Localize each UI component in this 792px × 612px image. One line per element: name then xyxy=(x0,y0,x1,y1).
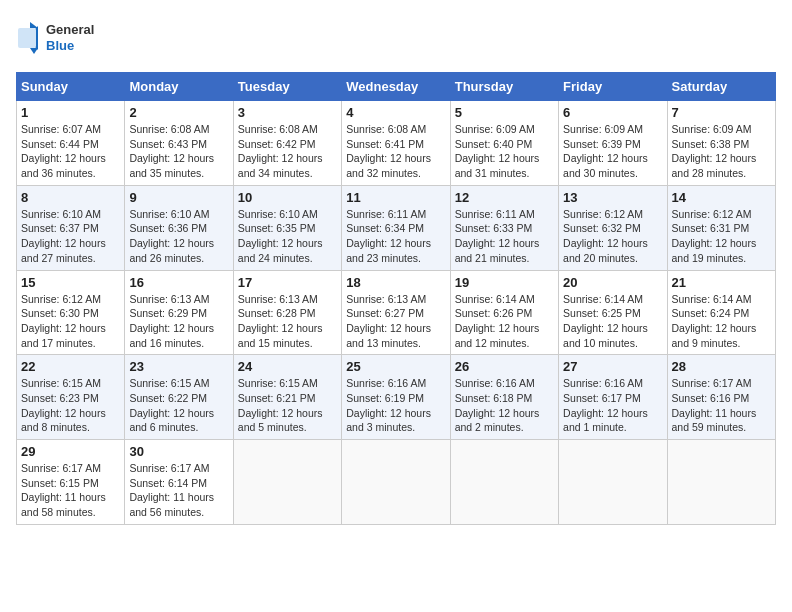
day-info: Sunrise: 6:16 AM Sunset: 6:18 PM Dayligh… xyxy=(455,376,554,435)
calendar-header-monday: Monday xyxy=(125,73,233,101)
day-number: 28 xyxy=(672,359,771,374)
day-info: Sunrise: 6:14 AM Sunset: 6:24 PM Dayligh… xyxy=(672,292,771,351)
logo: General Blue xyxy=(16,16,96,60)
calendar-cell xyxy=(450,440,558,525)
day-number: 10 xyxy=(238,190,337,205)
calendar-header-saturday: Saturday xyxy=(667,73,775,101)
day-number: 9 xyxy=(129,190,228,205)
day-number: 5 xyxy=(455,105,554,120)
svg-rect-5 xyxy=(18,28,36,48)
day-number: 3 xyxy=(238,105,337,120)
day-number: 13 xyxy=(563,190,662,205)
day-number: 30 xyxy=(129,444,228,459)
calendar-header-friday: Friday xyxy=(559,73,667,101)
day-info: Sunrise: 6:08 AM Sunset: 6:43 PM Dayligh… xyxy=(129,122,228,181)
calendar-header-tuesday: Tuesday xyxy=(233,73,341,101)
calendar-cell: 10 Sunrise: 6:10 AM Sunset: 6:35 PM Dayl… xyxy=(233,185,341,270)
day-info: Sunrise: 6:08 AM Sunset: 6:42 PM Dayligh… xyxy=(238,122,337,181)
day-info: Sunrise: 6:09 AM Sunset: 6:39 PM Dayligh… xyxy=(563,122,662,181)
calendar-cell: 25 Sunrise: 6:16 AM Sunset: 6:19 PM Dayl… xyxy=(342,355,450,440)
day-number: 20 xyxy=(563,275,662,290)
day-info: Sunrise: 6:13 AM Sunset: 6:27 PM Dayligh… xyxy=(346,292,445,351)
calendar-header-row: SundayMondayTuesdayWednesdayThursdayFrid… xyxy=(17,73,776,101)
day-number: 23 xyxy=(129,359,228,374)
calendar-cell: 26 Sunrise: 6:16 AM Sunset: 6:18 PM Dayl… xyxy=(450,355,558,440)
day-info: Sunrise: 6:15 AM Sunset: 6:23 PM Dayligh… xyxy=(21,376,120,435)
day-number: 22 xyxy=(21,359,120,374)
calendar-cell: 3 Sunrise: 6:08 AM Sunset: 6:42 PM Dayli… xyxy=(233,101,341,186)
day-number: 17 xyxy=(238,275,337,290)
day-info: Sunrise: 6:10 AM Sunset: 6:35 PM Dayligh… xyxy=(238,207,337,266)
day-info: Sunrise: 6:13 AM Sunset: 6:28 PM Dayligh… xyxy=(238,292,337,351)
calendar-cell: 29 Sunrise: 6:17 AM Sunset: 6:15 PM Dayl… xyxy=(17,440,125,525)
day-info: Sunrise: 6:10 AM Sunset: 6:36 PM Dayligh… xyxy=(129,207,228,266)
calendar-cell: 12 Sunrise: 6:11 AM Sunset: 6:33 PM Dayl… xyxy=(450,185,558,270)
day-number: 14 xyxy=(672,190,771,205)
svg-text:General: General xyxy=(46,22,94,37)
calendar-cell xyxy=(559,440,667,525)
day-info: Sunrise: 6:17 AM Sunset: 6:15 PM Dayligh… xyxy=(21,461,120,520)
calendar-cell: 18 Sunrise: 6:13 AM Sunset: 6:27 PM Dayl… xyxy=(342,270,450,355)
day-info: Sunrise: 6:12 AM Sunset: 6:31 PM Dayligh… xyxy=(672,207,771,266)
day-number: 7 xyxy=(672,105,771,120)
calendar-cell: 21 Sunrise: 6:14 AM Sunset: 6:24 PM Dayl… xyxy=(667,270,775,355)
day-info: Sunrise: 6:14 AM Sunset: 6:25 PM Dayligh… xyxy=(563,292,662,351)
day-number: 18 xyxy=(346,275,445,290)
day-number: 24 xyxy=(238,359,337,374)
calendar-cell: 13 Sunrise: 6:12 AM Sunset: 6:32 PM Dayl… xyxy=(559,185,667,270)
day-number: 2 xyxy=(129,105,228,120)
calendar-cell: 30 Sunrise: 6:17 AM Sunset: 6:14 PM Dayl… xyxy=(125,440,233,525)
day-number: 27 xyxy=(563,359,662,374)
day-number: 26 xyxy=(455,359,554,374)
calendar-cell: 2 Sunrise: 6:08 AM Sunset: 6:43 PM Dayli… xyxy=(125,101,233,186)
day-info: Sunrise: 6:08 AM Sunset: 6:41 PM Dayligh… xyxy=(346,122,445,181)
day-number: 1 xyxy=(21,105,120,120)
calendar-header-wednesday: Wednesday xyxy=(342,73,450,101)
day-info: Sunrise: 6:10 AM Sunset: 6:37 PM Dayligh… xyxy=(21,207,120,266)
calendar-cell: 22 Sunrise: 6:15 AM Sunset: 6:23 PM Dayl… xyxy=(17,355,125,440)
day-info: Sunrise: 6:17 AM Sunset: 6:16 PM Dayligh… xyxy=(672,376,771,435)
day-info: Sunrise: 6:11 AM Sunset: 6:34 PM Dayligh… xyxy=(346,207,445,266)
day-number: 16 xyxy=(129,275,228,290)
day-info: Sunrise: 6:13 AM Sunset: 6:29 PM Dayligh… xyxy=(129,292,228,351)
calendar-cell: 20 Sunrise: 6:14 AM Sunset: 6:25 PM Dayl… xyxy=(559,270,667,355)
calendar-week-row: 29 Sunrise: 6:17 AM Sunset: 6:15 PM Dayl… xyxy=(17,440,776,525)
calendar-cell: 7 Sunrise: 6:09 AM Sunset: 6:38 PM Dayli… xyxy=(667,101,775,186)
svg-marker-7 xyxy=(30,48,38,54)
calendar-header-thursday: Thursday xyxy=(450,73,558,101)
svg-marker-6 xyxy=(30,22,38,28)
day-number: 11 xyxy=(346,190,445,205)
calendar-table: SundayMondayTuesdayWednesdayThursdayFrid… xyxy=(16,72,776,525)
day-number: 12 xyxy=(455,190,554,205)
day-info: Sunrise: 6:14 AM Sunset: 6:26 PM Dayligh… xyxy=(455,292,554,351)
day-info: Sunrise: 6:16 AM Sunset: 6:17 PM Dayligh… xyxy=(563,376,662,435)
logo-svg: General Blue xyxy=(16,16,96,60)
day-info: Sunrise: 6:12 AM Sunset: 6:30 PM Dayligh… xyxy=(21,292,120,351)
calendar-week-row: 8 Sunrise: 6:10 AM Sunset: 6:37 PM Dayli… xyxy=(17,185,776,270)
day-number: 29 xyxy=(21,444,120,459)
day-info: Sunrise: 6:12 AM Sunset: 6:32 PM Dayligh… xyxy=(563,207,662,266)
calendar-cell: 19 Sunrise: 6:14 AM Sunset: 6:26 PM Dayl… xyxy=(450,270,558,355)
page-header: General Blue xyxy=(16,16,776,60)
day-info: Sunrise: 6:15 AM Sunset: 6:21 PM Dayligh… xyxy=(238,376,337,435)
calendar-week-row: 15 Sunrise: 6:12 AM Sunset: 6:30 PM Dayl… xyxy=(17,270,776,355)
calendar-cell: 11 Sunrise: 6:11 AM Sunset: 6:34 PM Dayl… xyxy=(342,185,450,270)
day-info: Sunrise: 6:15 AM Sunset: 6:22 PM Dayligh… xyxy=(129,376,228,435)
day-number: 21 xyxy=(672,275,771,290)
day-info: Sunrise: 6:16 AM Sunset: 6:19 PM Dayligh… xyxy=(346,376,445,435)
calendar-header-sunday: Sunday xyxy=(17,73,125,101)
calendar-cell: 8 Sunrise: 6:10 AM Sunset: 6:37 PM Dayli… xyxy=(17,185,125,270)
calendar-cell: 1 Sunrise: 6:07 AM Sunset: 6:44 PM Dayli… xyxy=(17,101,125,186)
day-number: 6 xyxy=(563,105,662,120)
svg-text:Blue: Blue xyxy=(46,38,74,53)
calendar-cell: 14 Sunrise: 6:12 AM Sunset: 6:31 PM Dayl… xyxy=(667,185,775,270)
calendar-cell xyxy=(233,440,341,525)
day-number: 4 xyxy=(346,105,445,120)
calendar-cell: 15 Sunrise: 6:12 AM Sunset: 6:30 PM Dayl… xyxy=(17,270,125,355)
day-number: 19 xyxy=(455,275,554,290)
calendar-cell: 16 Sunrise: 6:13 AM Sunset: 6:29 PM Dayl… xyxy=(125,270,233,355)
day-info: Sunrise: 6:07 AM Sunset: 6:44 PM Dayligh… xyxy=(21,122,120,181)
day-info: Sunrise: 6:09 AM Sunset: 6:40 PM Dayligh… xyxy=(455,122,554,181)
day-number: 25 xyxy=(346,359,445,374)
calendar-week-row: 22 Sunrise: 6:15 AM Sunset: 6:23 PM Dayl… xyxy=(17,355,776,440)
